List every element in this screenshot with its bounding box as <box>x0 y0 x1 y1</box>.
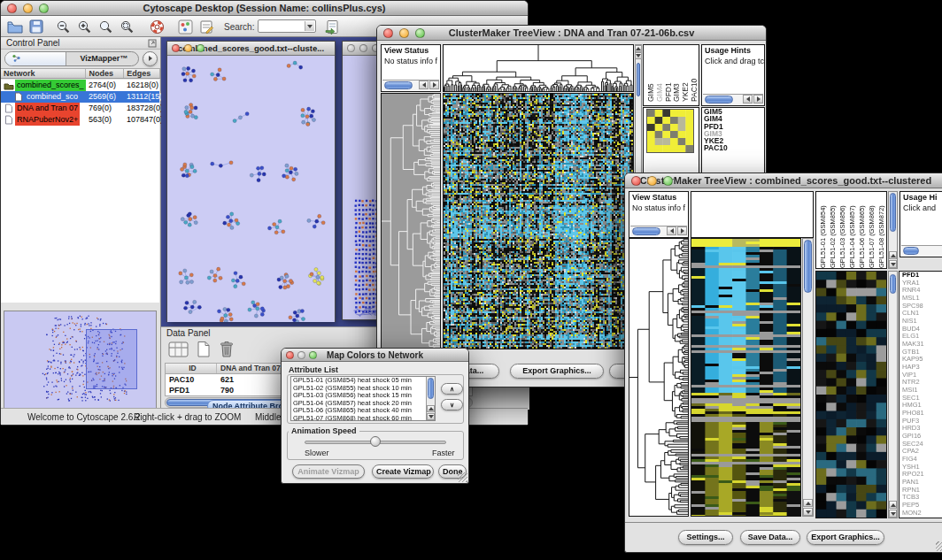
tv2-column-labels-panel: GPL51-01 (GSM854)GPL51-02 (GSM855)GPL51-… <box>815 191 887 269</box>
col-network[interactable]: Network <box>1 69 86 78</box>
close-button[interactable] <box>383 28 393 38</box>
zoom-button[interactable] <box>197 44 205 52</box>
zoom-button[interactable] <box>309 351 317 359</box>
speed-slider-thumb[interactable] <box>370 436 381 447</box>
close-button[interactable] <box>347 44 355 52</box>
network-row[interactable]: RNAPuberNov2+ 563(0) 107847(0) <box>1 114 159 126</box>
tab-network[interactable]: Network <box>5 52 66 65</box>
minimize-button[interactable] <box>647 176 657 186</box>
tv2-gene-list[interactable]: PFD1YRA1RNR4MSL1SPC98CLN1NIS1BUD4ELG1MAK… <box>899 271 942 518</box>
hscrollbar[interactable] <box>382 80 439 90</box>
delete-attribute-trash-icon[interactable] <box>218 340 236 362</box>
column-label: GPL51-01 (GSM854) <box>819 194 827 268</box>
annotation-icon[interactable] <box>197 18 215 35</box>
scrollbar-thumb[interactable] <box>903 247 919 255</box>
close-button[interactable] <box>286 351 294 359</box>
birds-eye-overview[interactable] <box>4 311 157 410</box>
save-icon[interactable] <box>27 18 45 35</box>
scrollbar-thumb[interactable] <box>804 240 812 293</box>
zoom-button[interactable] <box>663 176 673 186</box>
scrollbar-thumb[interactable] <box>890 274 896 294</box>
row-dendrogram-canvas[interactable] <box>629 239 688 516</box>
col-id[interactable]: ID <box>166 364 217 373</box>
col-edges[interactable]: Edges <box>124 69 160 78</box>
hscrollbar[interactable] <box>703 94 763 104</box>
zoom-button[interactable] <box>39 4 49 13</box>
tv2-zoom-heatmap[interactable] <box>815 271 887 518</box>
heatmap-canvas[interactable] <box>691 239 800 516</box>
network-row-selected[interactable]: combined_sco 2569(6) 13112(15) <box>1 91 159 103</box>
tv1-column-dendrogram[interactable] <box>443 44 634 92</box>
attribute-select-icon[interactable] <box>168 341 189 362</box>
search-input[interactable] <box>258 19 316 33</box>
zoom-selected-icon[interactable] <box>118 18 135 35</box>
minimize-button[interactable] <box>184 44 192 52</box>
hscrollbar[interactable] <box>630 226 687 236</box>
scrollbar-thumb[interactable] <box>428 378 434 399</box>
tab-overflow-button[interactable] <box>143 51 158 66</box>
vizmapper-shortcut-icon[interactable] <box>176 18 194 35</box>
help-lifering-icon[interactable] <box>148 18 166 35</box>
tv2-heatmap[interactable] <box>691 238 801 517</box>
tv2-genes-vscrollbar[interactable] <box>888 271 898 518</box>
attribute-item[interactable]: GPL51-07 (GSM868) heat shock 60 min <box>291 415 435 421</box>
settings-button[interactable]: Settings... <box>678 530 733 545</box>
scrollbar-thumb[interactable] <box>384 81 413 89</box>
tv2-titlebar[interactable]: ClusterMaker TreeView : combined_scores_… <box>625 173 942 188</box>
tv2-row-dendrogram[interactable] <box>629 238 689 517</box>
overview-canvas[interactable] <box>4 311 156 409</box>
create-vizmap-button[interactable]: Create Vizmap <box>372 464 434 479</box>
zoom-heatmap-canvas[interactable] <box>816 272 886 518</box>
save-data-button[interactable]: Save Data... <box>740 530 800 545</box>
col-nodes[interactable]: Nodes <box>86 69 124 78</box>
zoom-fit-icon[interactable] <box>97 18 114 35</box>
minimize-button[interactable] <box>23 4 33 13</box>
scrollbar-thumb[interactable] <box>890 193 896 232</box>
close-button[interactable] <box>172 44 180 52</box>
scrollbar-thumb[interactable] <box>637 63 640 96</box>
network-row[interactable]: combined_scores_ 2764(0) 16218(0) <box>1 80 159 91</box>
scrollbar-thumb[interactable] <box>705 96 733 104</box>
attribute-list-vscrollbar[interactable] <box>426 377 435 420</box>
row-dendrogram-canvas[interactable] <box>382 94 440 349</box>
tv1-row-dendrogram[interactable] <box>381 93 441 349</box>
network-row[interactable]: DNA and Tran 07 769(0) 183728(0) <box>1 103 159 114</box>
export-graphics-button[interactable]: Export Graphics... <box>807 530 884 545</box>
tv1-heatmap[interactable] <box>443 93 634 349</box>
close-button[interactable] <box>631 176 641 186</box>
network-view-1-titlebar[interactable]: combined_scores_good.txt--cluste... <box>167 42 335 56</box>
undock-icon[interactable] <box>148 39 157 50</box>
open-folder-icon[interactable] <box>6 18 24 35</box>
network-view-window-1[interactable]: combined_scores_good.txt--cluste... <box>166 41 336 322</box>
close-button[interactable] <box>7 4 17 13</box>
tv1-view-status-panel: View Status No status info f <box>381 44 441 92</box>
zoom-in-icon[interactable] <box>75 18 93 35</box>
move-down-button[interactable]: ∨ <box>441 399 463 410</box>
tab-vizmapper[interactable]: VizMapper™ <box>66 52 139 65</box>
zoom-matrix-canvas[interactable] <box>646 109 694 153</box>
heatmap-canvas[interactable] <box>444 94 633 349</box>
tv2-heatmap-vscrollbar[interactable] <box>802 238 814 517</box>
zoom-out-icon[interactable] <box>54 18 72 35</box>
import-table-icon[interactable] <box>323 18 341 35</box>
move-up-button[interactable]: ∧ <box>441 383 463 395</box>
animate-vizmap-button[interactable]: Animate Vizmap <box>292 464 365 479</box>
hscrollbar[interactable] <box>901 245 942 256</box>
dialog-titlebar[interactable]: Map Colors to Network <box>282 349 468 362</box>
attribute-listbox[interactable]: GPL51-01 (GSM854) heat shock 05 minGPL51… <box>290 376 436 421</box>
minimize-button[interactable] <box>297 351 305 359</box>
export-graphics-button[interactable]: Export Graphics... <box>510 364 604 379</box>
network-view-1-canvas[interactable] <box>167 56 335 322</box>
tv2-labels-vscrollbar[interactable] <box>888 191 898 269</box>
main-titlebar[interactable]: Cytoscape Desktop (Session Name: collins… <box>1 1 528 16</box>
new-attribute-icon[interactable] <box>195 341 212 362</box>
minimize-button[interactable] <box>399 28 409 38</box>
scrollbar-thumb[interactable] <box>632 227 660 235</box>
tv2-column-dendrogram[interactable] <box>691 191 814 238</box>
resize-grip[interactable] <box>458 472 467 482</box>
minimize-button[interactable] <box>359 44 367 52</box>
resize-grip[interactable] <box>936 541 942 551</box>
zoom-button[interactable] <box>415 28 425 38</box>
tv1-titlebar[interactable]: ClusterMaker TreeView : DNA and Tran 07-… <box>377 26 766 41</box>
column-dendrogram-canvas[interactable] <box>444 45 633 91</box>
